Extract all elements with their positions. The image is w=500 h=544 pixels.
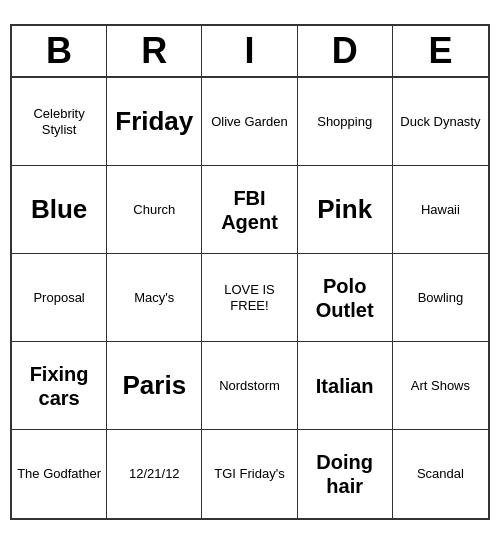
bingo-cell: Blue (12, 166, 107, 254)
bingo-cell: Shopping (298, 78, 393, 166)
cell-text: Celebrity Stylist (16, 106, 102, 137)
cell-text: Italian (316, 374, 374, 398)
cell-text: Proposal (33, 290, 84, 306)
bingo-cell: Italian (298, 342, 393, 430)
header-letter: R (107, 26, 202, 76)
bingo-cell: Nordstorm (202, 342, 297, 430)
bingo-cell: LOVE IS FREE! (202, 254, 297, 342)
bingo-cell: Macy's (107, 254, 202, 342)
cell-text: Hawaii (421, 202, 460, 218)
bingo-grid: Celebrity StylistFridayOlive GardenShopp… (12, 78, 488, 518)
bingo-cell: Polo Outlet (298, 254, 393, 342)
bingo-cell: Doing hair (298, 430, 393, 518)
cell-text: Bowling (418, 290, 464, 306)
cell-text: Doing hair (302, 450, 388, 498)
header-row: BRIDE (12, 26, 488, 78)
cell-text: Pink (317, 194, 372, 225)
bingo-cell: Bowling (393, 254, 488, 342)
cell-text: The Godfather (17, 466, 101, 482)
cell-text: Polo Outlet (302, 274, 388, 322)
cell-text: Friday (115, 106, 193, 137)
bingo-cell: TGI Friday's (202, 430, 297, 518)
cell-text: Nordstorm (219, 378, 280, 394)
cell-text: Fixing cars (16, 362, 102, 410)
bingo-cell: FBI Agent (202, 166, 297, 254)
cell-text: Duck Dynasty (400, 114, 480, 130)
bingo-cell: Celebrity Stylist (12, 78, 107, 166)
cell-text: Church (133, 202, 175, 218)
header-letter: I (202, 26, 297, 76)
cell-text: Olive Garden (211, 114, 288, 130)
bingo-cell: Paris (107, 342, 202, 430)
header-letter: D (298, 26, 393, 76)
header-letter: B (12, 26, 107, 76)
cell-text: Paris (122, 370, 186, 401)
bingo-cell: Church (107, 166, 202, 254)
bingo-cell: Olive Garden (202, 78, 297, 166)
bingo-cell: The Godfather (12, 430, 107, 518)
bingo-cell: 12/21/12 (107, 430, 202, 518)
cell-text: FBI Agent (206, 186, 292, 234)
cell-text: TGI Friday's (214, 466, 284, 482)
bingo-cell: Art Shows (393, 342, 488, 430)
bingo-cell: Duck Dynasty (393, 78, 488, 166)
bingo-cell: Hawaii (393, 166, 488, 254)
cell-text: Art Shows (411, 378, 470, 394)
cell-text: Blue (31, 194, 87, 225)
header-letter: E (393, 26, 488, 76)
bingo-cell: Pink (298, 166, 393, 254)
cell-text: Scandal (417, 466, 464, 482)
bingo-cell: Scandal (393, 430, 488, 518)
bingo-cell: Friday (107, 78, 202, 166)
cell-text: 12/21/12 (129, 466, 180, 482)
cell-text: LOVE IS FREE! (206, 282, 292, 313)
bingo-cell: Fixing cars (12, 342, 107, 430)
bingo-card: BRIDE Celebrity StylistFridayOlive Garde… (10, 24, 490, 520)
bingo-cell: Proposal (12, 254, 107, 342)
cell-text: Shopping (317, 114, 372, 130)
cell-text: Macy's (134, 290, 174, 306)
